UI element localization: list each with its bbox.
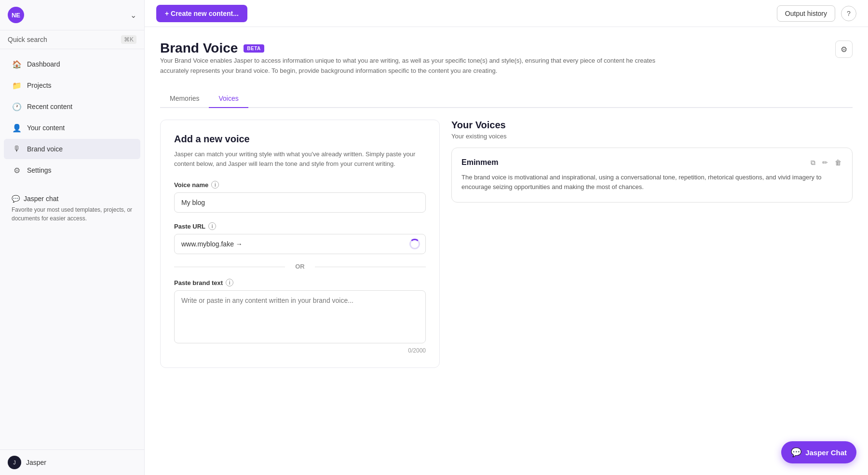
or-divider: OR: [174, 263, 426, 270]
dashboard-icon: 🏠: [12, 59, 22, 69]
jasper-logo: J: [8, 456, 21, 469]
tab-memories[interactable]: Memories: [160, 90, 209, 108]
sidebar-item-label: Your content: [27, 124, 65, 132]
sidebar-item-recent-content[interactable]: 🕐Recent content: [4, 96, 140, 117]
jasper-chat-sidebar-label: 💬 Jasper chat: [12, 195, 133, 203]
jasper-chat-float-button[interactable]: 💬 Jasper Chat: [781, 441, 856, 463]
topbar-right: Output history ?: [777, 5, 856, 22]
add-voice-desc: Jasper can match your writing style with…: [174, 149, 426, 170]
your-voices-title: Your Voices: [451, 120, 853, 131]
settings-button[interactable]: ⚙: [835, 41, 853, 58]
add-voice-form: Add a new voice Jasper can match your wr…: [160, 120, 440, 368]
voice-name-info-icon[interactable]: i: [211, 181, 219, 189]
sidebar-item-projects[interactable]: 📁Projects: [4, 75, 140, 95]
main: + Create new content... Output history ?…: [145, 0, 868, 475]
help-button[interactable]: ?: [841, 6, 856, 21]
paste-brand-text-info-icon[interactable]: i: [226, 279, 233, 286]
page-title-section: Brand Voice BETA Your Brand Voice enable…: [160, 41, 666, 86]
chevron-down-icon[interactable]: ⌄: [130, 11, 136, 20]
voice-delete-button[interactable]: 🗑: [834, 158, 842, 168]
voice-card: Eminmem ⧉ ✏ 🗑 The brand voice is motivat…: [451, 148, 853, 203]
avatar[interactable]: NE: [8, 7, 24, 23]
content-area: Brand Voice BETA Your Brand Voice enable…: [145, 27, 868, 475]
brand-voice-icon: 🎙: [12, 144, 22, 154]
tabs: Memories Voices: [160, 90, 853, 108]
quick-search[interactable]: Quick search ⌘K: [0, 30, 144, 49]
page-title: Brand Voice: [160, 41, 238, 56]
tab-voices[interactable]: Voices: [209, 90, 248, 108]
sidebar: NE ⌄ Quick search ⌘K 🏠Dashboard📁Projects…: [0, 0, 145, 475]
quick-search-kbd: ⌘K: [121, 35, 136, 44]
paste-url-label: Paste URL i: [174, 222, 426, 230]
jasper-chat-sidebar-desc: Favorite your most used templates, proje…: [12, 205, 133, 223]
voice-description: The brand voice is motivational and insp…: [461, 173, 842, 193]
sidebar-item-your-content[interactable]: 👤Your content: [4, 118, 140, 138]
paste-brand-text-label: Paste brand text i: [174, 279, 426, 286]
your-voices-section: Your Voices Your existing voices Eminmem…: [451, 120, 853, 368]
jasper-chat-float-label: Jasper Chat: [805, 448, 847, 457]
voice-actions: ⧉ ✏ 🗑: [810, 158, 842, 168]
sidebar-item-label: Brand voice: [27, 145, 63, 153]
voice-edit-button[interactable]: ✏: [821, 158, 829, 168]
url-spinner: [409, 239, 420, 249]
nav-section: 🏠Dashboard📁Projects🕐Recent content👤Your …: [0, 49, 144, 185]
char-count: 0/2000: [174, 347, 426, 354]
recent-content-icon: 🕐: [12, 101, 22, 112]
topbar: + Create new content... Output history ?: [145, 0, 868, 27]
quick-search-label: Quick search: [8, 36, 47, 43]
voice-name: Eminmem: [461, 158, 498, 167]
paste-brand-text-textarea[interactable]: [174, 290, 426, 343]
sidebar-item-brand-voice[interactable]: 🎙Brand voice: [4, 139, 140, 159]
jasper-chat-promo: 💬 Jasper chat Favorite your most used te…: [4, 189, 140, 229]
your-content-icon: 👤: [12, 122, 22, 133]
page-title-row: Brand Voice BETA: [160, 41, 666, 56]
paste-url-info-icon[interactable]: i: [208, 222, 216, 230]
page-description: Your Brand Voice enables Jasper to acces…: [160, 56, 666, 76]
add-voice-title: Add a new voice: [174, 134, 426, 145]
sidebar-footer[interactable]: J Jasper: [0, 449, 144, 475]
two-col-layout: Add a new voice Jasper can match your wr…: [160, 120, 853, 368]
sidebar-header: NE ⌄: [0, 0, 144, 30]
voice-name-input[interactable]: [174, 192, 426, 213]
sidebar-item-label: Settings: [27, 166, 52, 174]
chat-bubble-icon: 💬: [791, 447, 801, 458]
voice-card-header: Eminmem ⧉ ✏ 🗑: [461, 158, 842, 168]
output-history-button[interactable]: Output history: [777, 5, 835, 22]
create-new-content-button[interactable]: + Create new content...: [156, 5, 247, 22]
projects-icon: 📁: [12, 80, 22, 91]
sidebar-item-label: Dashboard: [27, 60, 60, 68]
sidebar-item-dashboard[interactable]: 🏠Dashboard: [4, 54, 140, 74]
settings-icon: ⚙: [12, 165, 22, 176]
voice-copy-button[interactable]: ⧉: [810, 158, 816, 168]
beta-badge: BETA: [244, 44, 264, 53]
page-header: Brand Voice BETA Your Brand Voice enable…: [160, 41, 853, 86]
sidebar-item-label: Projects: [27, 81, 52, 89]
sidebar-item-settings[interactable]: ⚙Settings: [4, 160, 140, 180]
jasper-footer-label: Jasper: [26, 459, 46, 466]
paste-url-input[interactable]: [174, 234, 426, 254]
your-voices-desc: Your existing voices: [451, 133, 853, 140]
sidebar-item-label: Recent content: [27, 103, 72, 110]
url-input-wrapper: [174, 234, 426, 254]
voice-name-label: Voice name i: [174, 181, 426, 189]
